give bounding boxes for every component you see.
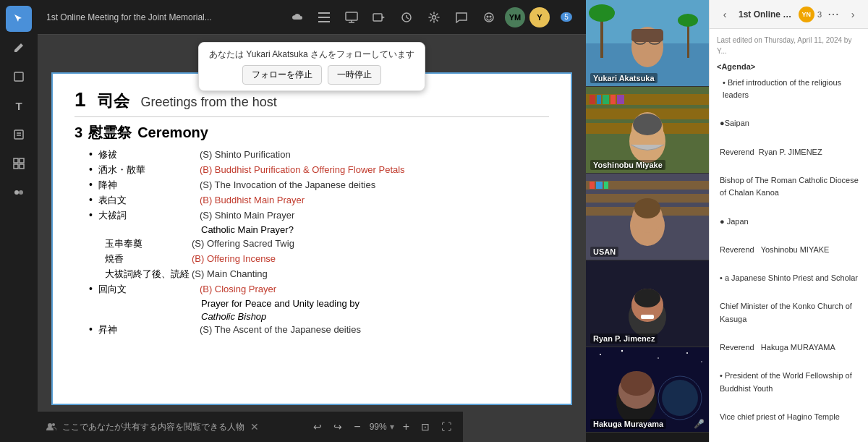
cursor-tool[interactable] <box>6 6 32 32</box>
slide-jp-title: 司会 <box>98 90 129 112</box>
svg-point-68 <box>621 350 623 352</box>
group-tool[interactable] <box>6 179 32 205</box>
japan-person2-role: Reverend Hakuga MURAYAMA <box>717 341 861 354</box>
svg-rect-44 <box>597 95 601 104</box>
japan-person1-sub: Chief Minister of the Konko Church of Ka… <box>717 300 861 326</box>
avatar-ym[interactable]: YM <box>505 7 525 27</box>
item-en: (S) Main Chanting <box>192 268 268 279</box>
item-en: (S) Shinto Purification <box>200 149 291 160</box>
participants-count: 5 <box>554 6 577 29</box>
participant-1-label: Yukari Akatsuka <box>590 73 658 83</box>
svg-point-8 <box>14 190 19 195</box>
ceremony-jp: 慰霊祭 <box>88 123 132 143</box>
svg-rect-12 <box>318 21 330 22</box>
fullscreen-icon[interactable]: ⛶ <box>438 418 454 435</box>
list-item: • 回向文 (B) Closing Prayer <box>89 283 549 296</box>
zoom-control[interactable]: 99% ▾ <box>370 422 394 432</box>
item-en: (B) Closing Prayer <box>200 284 276 294</box>
notes-forward-button[interactable]: › <box>845 7 861 22</box>
mic-muted-icon: 🎤 <box>694 419 705 429</box>
meeting-title: 1st Online Meeting for the Joint Memoria… <box>46 12 279 22</box>
notes-title: 1st Online M... <box>739 9 793 20</box>
svg-point-71 <box>701 361 702 362</box>
japan-person1-role: Reverend Yoshinobu MIYAKE <box>717 244 861 257</box>
zoom-level: 99% <box>370 422 387 432</box>
avatar-y[interactable]: Y <box>529 7 550 27</box>
slide-bottom-bar: ここであなたが共有する内容を閲覧できる人物 ✕ ↩ ↪ − 99% ▾ + ⊡ … <box>38 412 463 442</box>
notes-panel: ‹ 1st Online M... YN 3 ⋯ › Last edited o… <box>709 0 868 442</box>
top-bar-icons: YM Y 5 <box>285 6 577 29</box>
svg-rect-56 <box>596 182 603 189</box>
settings-icon[interactable] <box>422 6 446 29</box>
bullet-icon: • <box>89 148 93 160</box>
video-participant-1[interactable]: Yukari Akatsuka <box>586 0 709 87</box>
notes-header: ‹ 1st Online M... YN 3 ⋯ › <box>710 0 868 29</box>
redo-icon[interactable]: ↪ <box>331 418 345 435</box>
catholic-bishop-text: Catholic Bishop <box>201 311 266 322</box>
svg-rect-10 <box>318 12 330 14</box>
list-item: • 大祓詞 (S) Shinto Main Prayer <box>89 209 549 222</box>
svg-rect-13 <box>346 12 357 20</box>
svg-rect-38 <box>631 29 663 42</box>
notes-back-button[interactable]: ‹ <box>717 7 733 22</box>
pause-follow-button[interactable]: 一時停止 <box>328 65 381 85</box>
video-participant-2[interactable]: Yoshinobu Miyake <box>586 87 709 174</box>
format-tool[interactable] <box>6 150 32 177</box>
bullet-icon: • <box>89 209 93 221</box>
zoom-out-icon[interactable]: − <box>351 417 363 436</box>
top-bar: 1st Online Meeting for the Joint Memoria… <box>38 0 586 35</box>
text-tool[interactable]: T <box>6 93 32 119</box>
svg-point-26 <box>52 423 55 426</box>
monitor-icon[interactable] <box>340 6 363 29</box>
list-item: • 昇神 (S) The Ascent of the Japanese deit… <box>89 323 549 336</box>
svg-rect-47 <box>617 95 624 104</box>
item-jp: 修祓 <box>98 148 200 161</box>
slide-en-title: Greetings from the host <box>141 95 277 110</box>
emoji-icon[interactable] <box>477 6 501 29</box>
record-icon[interactable] <box>367 6 391 29</box>
cloud-icon[interactable] <box>285 6 308 29</box>
video-participant-3[interactable]: USAN <box>586 174 709 260</box>
clock-icon[interactable] <box>395 6 418 29</box>
svg-rect-7 <box>20 164 24 169</box>
svg-rect-55 <box>590 182 595 189</box>
saipan-person1-role: Reverend Ryan P. JIMENEZ <box>717 146 861 159</box>
menu-icon[interactable] <box>312 6 336 29</box>
svg-rect-1 <box>14 130 23 139</box>
item-en: (S) The Ascent of the Japanese deities <box>200 324 361 335</box>
svg-point-21 <box>433 15 436 19</box>
svg-point-69 <box>658 357 659 359</box>
undo-icon[interactable]: ↩ <box>310 418 325 435</box>
shape-tool[interactable] <box>6 64 32 90</box>
item-jp: 玉串奉奠 <box>105 237 192 250</box>
svg-rect-45 <box>603 95 609 104</box>
zoom-in-icon[interactable]: + <box>400 417 412 436</box>
list-item: 大祓詞終了後、読経 (S) Main Chanting <box>105 268 549 281</box>
notes-tool[interactable] <box>6 122 32 148</box>
pen-tool[interactable] <box>6 35 32 61</box>
item-en: (S) Shinto Main Prayer <box>200 210 295 221</box>
stop-follow-button[interactable]: フォローを停止 <box>242 65 322 85</box>
ceremony-section: 3 慰霊祭 Ceremony <box>75 123 549 143</box>
notes-avatar: YN <box>799 7 814 22</box>
chat-icon[interactable] <box>450 6 473 29</box>
item-en: (S) Offering Sacred Twig <box>192 238 294 249</box>
intro-bullet: • Brief introduction of the religious le… <box>717 77 861 102</box>
svg-rect-4 <box>14 158 18 163</box>
svg-line-20 <box>407 17 409 19</box>
video-participant-4[interactable]: Ryan P. Jimenez <box>586 260 709 347</box>
notes-menu-button[interactable]: ⋯ <box>827 7 839 21</box>
svg-rect-57 <box>604 182 608 189</box>
slide-container: 1 司会 Greetings from the host 3 慰霊祭 Cerem… <box>51 72 572 405</box>
bullet-icon: • <box>89 323 93 335</box>
fit-screen-icon[interactable]: ⊡ <box>418 418 433 435</box>
svg-point-24 <box>490 16 491 17</box>
participants-icon <box>46 422 56 432</box>
saipan-person1-title: Bishop of The Roman Catholic Diocese of … <box>717 174 861 200</box>
svg-rect-5 <box>20 158 24 163</box>
svg-point-70 <box>686 352 688 354</box>
japan-person1-title: • a Japanese Shinto Priest and Scholar <box>717 272 861 285</box>
item-en-peace: Prayer for Peace and Unity leading by <box>201 298 359 309</box>
video-participant-5[interactable]: Hakuga Murayama 🎤 <box>586 347 709 433</box>
bottom-bar-close[interactable]: ✕ <box>250 421 259 433</box>
